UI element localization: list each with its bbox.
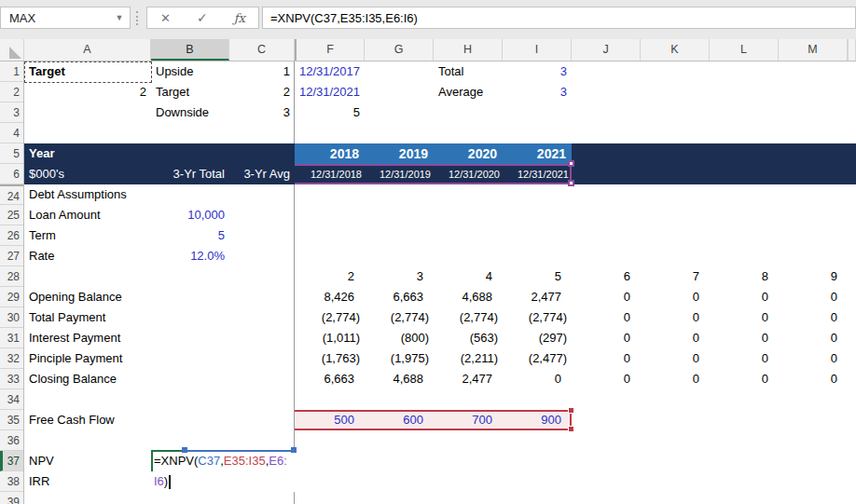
cell-F3[interactable]: 5 <box>295 102 365 123</box>
cell-J28[interactable]: 6 <box>572 266 641 287</box>
row-header-31[interactable]: 31 <box>0 328 23 348</box>
cell-A6[interactable]: $000's <box>24 164 151 184</box>
cell-G31[interactable]: (800) <box>365 328 434 348</box>
row-header-24[interactable]: 24 <box>0 184 23 205</box>
column-header-L[interactable]: L <box>710 39 779 61</box>
cell-H5[interactable]: 2020 <box>434 143 503 164</box>
cell-A2[interactable]: 2 <box>24 82 151 102</box>
row-header-1[interactable]: 1 <box>0 61 23 82</box>
cell-F5[interactable]: 2018 <box>295 143 365 164</box>
cell-M33[interactable]: 0 <box>779 369 848 389</box>
cell-I31[interactable]: (297) <box>503 328 572 348</box>
cell-A31[interactable]: Interest Payment <box>24 328 151 348</box>
cell-K29[interactable]: 0 <box>641 287 710 307</box>
cell-M32[interactable]: 0 <box>779 348 848 369</box>
cell-C6[interactable]: 3-Yr Avg <box>229 164 295 184</box>
cell-J31[interactable]: 0 <box>572 328 641 348</box>
cell-A37[interactable]: NPV <box>24 451 151 471</box>
row-header-29[interactable]: 29 <box>0 287 23 307</box>
cell-F31[interactable]: (1,011) <box>295 328 365 348</box>
cell-F28[interactable]: 2 <box>295 266 365 287</box>
cell-B1[interactable]: Upside <box>151 61 229 82</box>
sheet-grid[interactable]: TargetUpside112/31/2017Total32Target212/… <box>24 61 856 504</box>
cell-M29[interactable]: 0 <box>779 287 848 307</box>
row-header-25[interactable]: 25 <box>0 205 23 225</box>
cell-H2[interactable]: Average <box>434 82 503 102</box>
fill-handle[interactable] <box>568 180 574 186</box>
column-header-J[interactable]: J <box>572 39 641 61</box>
row-header-33[interactable]: 33 <box>0 369 23 389</box>
cell-F1[interactable]: 12/31/2017 <box>295 61 365 82</box>
row-header-5[interactable]: 5 <box>0 143 23 164</box>
cell-L28[interactable]: 8 <box>710 266 779 287</box>
cell-A24[interactable]: Debt Assumptions <box>24 184 151 205</box>
column-header-M[interactable]: M <box>779 39 848 61</box>
cell-B6[interactable]: 3-Yr Total <box>151 164 229 184</box>
cell-C2[interactable]: 2 <box>229 82 295 102</box>
cell-L31[interactable]: 0 <box>710 328 779 348</box>
cell-L30[interactable]: 0 <box>710 307 779 328</box>
row-header-39[interactable]: 39 <box>0 492 23 504</box>
row-header-38[interactable]: 38 <box>0 471 23 492</box>
row-header-36[interactable]: 36 <box>0 430 23 451</box>
row-header-2[interactable]: 2 <box>0 82 23 102</box>
cell-L32[interactable]: 0 <box>710 348 779 369</box>
cell-A25[interactable]: Loan Amount <box>24 205 151 225</box>
cell-G32[interactable]: (1,975) <box>365 348 434 369</box>
in-cell-editor[interactable]: =XNPV(C37,E35:I35,E6:I6) <box>151 451 295 492</box>
cell-B2[interactable]: Target <box>151 82 229 102</box>
row-header-6[interactable]: 6 <box>0 164 23 184</box>
cell-G5[interactable]: 2019 <box>365 143 434 164</box>
cell-I2[interactable]: 3 <box>503 82 572 102</box>
name-box[interactable]: MAX ▼ <box>0 7 131 29</box>
cell-I32[interactable]: (2,477) <box>503 348 572 369</box>
select-all-button[interactable] <box>0 39 24 61</box>
formula-input[interactable]: =XNPV(C37,E35:I35,E6:I6) <box>262 7 856 29</box>
cell-F32[interactable]: (1,763) <box>295 348 365 369</box>
column-header-F[interactable]: F <box>295 39 365 61</box>
insert-function-icon[interactable]: ƒx <box>234 11 245 25</box>
cell-M30[interactable]: 0 <box>779 307 848 328</box>
enter-icon[interactable]: ✓ <box>197 10 208 25</box>
cell-A5[interactable]: Year <box>24 143 151 164</box>
cell-H32[interactable]: (2,211) <box>434 348 503 369</box>
fill-handle[interactable] <box>568 407 574 414</box>
cell-H31[interactable]: (563) <box>434 328 503 348</box>
cell-A27[interactable]: Rate <box>24 246 151 266</box>
column-header-H[interactable]: H <box>434 39 503 61</box>
column-header-G[interactable]: G <box>365 39 434 61</box>
cell-H33[interactable]: 2,477 <box>434 369 503 389</box>
cell-L29[interactable]: 0 <box>710 287 779 307</box>
cell-A26[interactable]: Term <box>24 225 151 246</box>
cell-C1[interactable]: 1 <box>229 61 295 82</box>
range-finder-handle[interactable] <box>291 447 297 453</box>
row-header-26[interactable]: 26 <box>0 225 23 246</box>
cell-I1[interactable]: 3 <box>503 61 572 82</box>
cell-A35[interactable]: Free Cash Flow <box>24 410 151 430</box>
cell-A30[interactable]: Total Payment <box>24 307 151 328</box>
cell-H1[interactable]: Total <box>434 61 503 82</box>
cell-K30[interactable]: 0 <box>641 307 710 328</box>
cancel-icon[interactable]: ✕ <box>160 11 171 25</box>
cell-H30[interactable]: (2,774) <box>434 307 503 328</box>
column-header-partial[interactable] <box>848 39 856 61</box>
cell-B27[interactable]: 12.0% <box>151 246 229 266</box>
row-header-37[interactable]: 37 <box>0 451 23 471</box>
cell-B25[interactable]: 10,000 <box>151 205 229 225</box>
cell-I5[interactable]: 2021 <box>503 143 572 164</box>
cell-G29[interactable]: 6,663 <box>365 287 434 307</box>
cell-J32[interactable]: 0 <box>572 348 641 369</box>
cell-A32[interactable]: Pinciple Payment <box>24 348 151 369</box>
cell-I33[interactable]: 0 <box>503 369 572 389</box>
cell-G28[interactable]: 3 <box>365 266 434 287</box>
column-header-I[interactable]: I <box>503 39 572 61</box>
row-header-30[interactable]: 30 <box>0 307 23 328</box>
cell-J29[interactable]: 0 <box>572 287 641 307</box>
cell-M28[interactable]: 9 <box>779 266 848 287</box>
cell-I29[interactable]: 2,477 <box>503 287 572 307</box>
row-header-28[interactable]: 28 <box>0 266 23 287</box>
row-header-3[interactable]: 3 <box>0 102 23 123</box>
cell-L33[interactable]: 0 <box>710 369 779 389</box>
cell-M31[interactable]: 0 <box>779 328 848 348</box>
row-header-4[interactable]: 4 <box>0 123 23 143</box>
